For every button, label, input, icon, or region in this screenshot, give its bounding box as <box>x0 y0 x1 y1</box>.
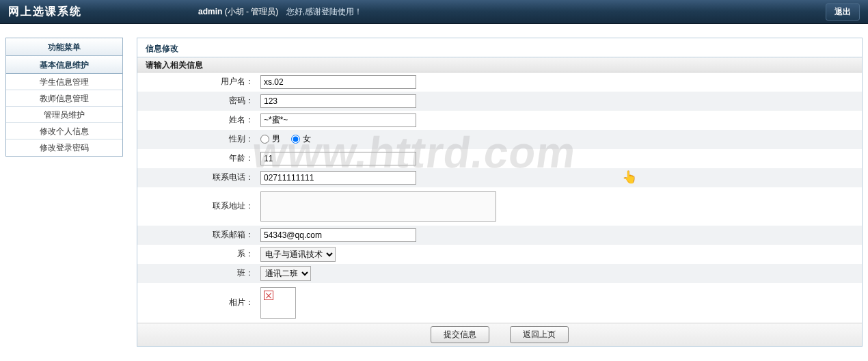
label-age: 年龄： <box>137 152 260 164</box>
action-bar: 提交信息 返回上页 <box>137 323 862 346</box>
input-age[interactable] <box>260 152 416 165</box>
radio-female[interactable] <box>291 135 300 144</box>
radio-female-label: 女 <box>303 133 311 145</box>
sidebar-item-change-password[interactable]: 修改登录密码 <box>6 139 122 156</box>
label-realname: 姓名： <box>137 114 260 126</box>
input-username[interactable] <box>260 75 416 89</box>
user-segment: admin (小胡 - 管理员) 您好,感谢登陆使用！ <box>198 6 362 18</box>
label-clazz: 班： <box>137 267 260 279</box>
sidebar-section-basic-info: 基本信息维护 <box>6 56 122 74</box>
input-realname[interactable] <box>260 113 416 127</box>
label-email: 联系邮箱： <box>137 229 260 241</box>
label-username: 用户名： <box>137 76 260 88</box>
label-dept: 系： <box>137 248 260 260</box>
radio-male-label: 男 <box>272 133 280 145</box>
main-panel: 信息修改 请输入相关信息 用户名： 密码： 姓名： 性别： 男 女 <box>137 38 863 347</box>
broken-image-icon <box>264 291 273 300</box>
login-name: admin <box>198 7 222 16</box>
app-title: 网上选课系统 <box>8 5 82 19</box>
greeting-text: 您好,感谢登陆使用！ <box>286 7 362 16</box>
logout-button[interactable]: 退出 <box>826 3 860 21</box>
sidebar-item-admin-maint[interactable]: 管理员维护 <box>6 107 122 123</box>
sidebar-item-edit-profile[interactable]: 修改个人信息 <box>6 123 122 139</box>
label-phone: 联系电话： <box>137 172 260 183</box>
input-phone[interactable] <box>260 171 416 185</box>
label-address: 联系地址： <box>137 200 260 212</box>
submit-button[interactable]: 提交信息 <box>431 326 489 343</box>
label-gender: 性别： <box>137 133 260 145</box>
label-password: 密码： <box>137 95 260 107</box>
select-clazz[interactable]: 通讯二班 <box>260 266 311 281</box>
input-password[interactable] <box>260 94 416 108</box>
label-photo: 相片： <box>137 297 260 308</box>
sidebar-item-teacher-info[interactable]: 教师信息管理 <box>6 90 122 107</box>
back-button[interactable]: 返回上页 <box>510 326 569 343</box>
user-display: (小胡 - 管理员) <box>225 7 279 16</box>
input-email[interactable] <box>260 228 416 242</box>
select-dept[interactable]: 电子与通讯技术 <box>260 247 336 262</box>
panel-subtitle: 请输入相关信息 <box>137 57 862 72</box>
panel-title: 信息修改 <box>137 38 862 57</box>
header-bar: 网上选课系统 admin (小胡 - 管理员) 您好,感谢登陆使用！ 退出 <box>0 0 868 24</box>
sidebar-item-student-info[interactable]: 学生信息管理 <box>6 74 122 90</box>
input-address[interactable] <box>260 191 496 222</box>
radio-male[interactable] <box>260 135 269 144</box>
sidebar: 功能菜单 基本信息维护 学生信息管理 教师信息管理 管理员维护 修改个人信息 修… <box>5 38 123 347</box>
sidebar-section-functions: 功能菜单 <box>6 38 122 56</box>
photo-preview[interactable] <box>260 287 296 319</box>
